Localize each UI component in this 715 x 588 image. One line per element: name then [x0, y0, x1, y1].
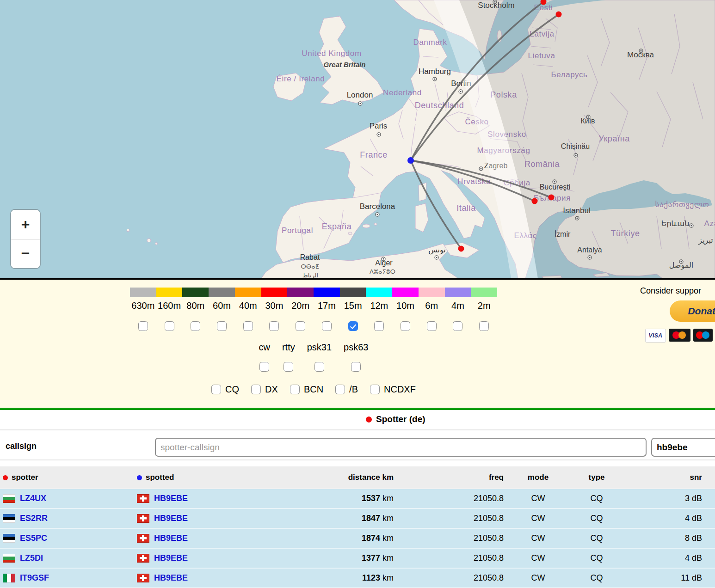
band-checkbox-20m[interactable]	[296, 321, 305, 331]
type-checkbox-3[interactable]	[335, 385, 345, 394]
band-checkbox-30m[interactable]	[269, 321, 279, 331]
spotter-cell: LZ4UX	[0, 494, 133, 503]
page: United KingdomÉire / IrelandNederlandDeu…	[0, 0, 715, 588]
band-label-2m: 2m	[471, 300, 497, 311]
spotted-link[interactable]: HB9EBE	[154, 573, 188, 583]
band-checkbox-4m[interactable]	[453, 321, 462, 331]
header-mode: mode	[507, 473, 569, 482]
spotter-link[interactable]: IT9GSF	[20, 573, 49, 583]
city-marker-icon	[436, 257, 437, 258]
ch-flag-icon	[137, 514, 149, 523]
type-label-2: BCN	[304, 384, 323, 395]
divider	[0, 429, 715, 430]
spotter-section: Spotter (de) callsign spotter spotted di…	[0, 410, 715, 588]
country-label: France	[360, 150, 388, 159]
zoom-out-button[interactable]: −	[11, 239, 40, 269]
band-color-15m	[340, 288, 366, 297]
callsign-filter-input[interactable]	[651, 438, 715, 457]
spotted-dot[interactable]	[407, 157, 414, 164]
table-row: LZ5DIHB9EBE1377 km21050.8CWCQ4 dB	[0, 549, 715, 569]
spotter-dot-icon	[366, 416, 372, 423]
mode-cell: CW	[507, 553, 569, 563]
type-checkbox-4[interactable]	[370, 385, 380, 394]
band-label-60m: 60m	[209, 300, 235, 311]
table-header: spotter spotted distance km freq mode ty…	[0, 466, 715, 489]
band-checkbox-60m[interactable]	[217, 321, 227, 331]
mode-checkbox-rtty[interactable]	[284, 362, 293, 372]
spotter-link[interactable]: LZ4UX	[20, 494, 46, 503]
type-cell: CQ	[569, 573, 624, 583]
spotter-dot[interactable]	[532, 198, 538, 204]
spotter-dot[interactable]	[458, 246, 464, 252]
distance-value: 1874	[362, 533, 380, 543]
spotted-link[interactable]: HB9EBE	[154, 494, 188, 503]
mode-checkbox-psk31[interactable]	[314, 362, 324, 372]
city-marker-icon	[480, 168, 481, 169]
type-checkbox-2[interactable]	[290, 385, 300, 394]
type-label-0: CQ	[225, 384, 239, 395]
band-check-cell	[156, 321, 183, 331]
band-color-630m	[130, 288, 156, 297]
zoom-in-button[interactable]: +	[11, 210, 40, 239]
type-filter-3: /B	[335, 384, 358, 395]
band-label-4m: 4m	[445, 300, 471, 311]
type-checkbox-1[interactable]	[251, 385, 261, 394]
band-checkbox-12m[interactable]	[374, 321, 384, 331]
mode-filters: cwrttypsk31psk63	[130, 342, 497, 372]
spotter-dot[interactable]	[556, 12, 562, 18]
europe-map[interactable]: United KingdomÉire / IrelandNederlandDeu…	[0, 0, 715, 280]
band-label-630m: 630m	[130, 300, 156, 311]
spotter-dot[interactable]	[549, 195, 555, 201]
small-label: ⵔⴱⴰⵟ	[301, 263, 319, 270]
type-filter-0: CQ	[211, 384, 239, 395]
country-label: Portugal	[282, 226, 313, 235]
band-checkbox-10m[interactable]	[401, 321, 410, 331]
mode-checkbox-cw[interactable]	[259, 362, 269, 372]
type-cell: CQ	[569, 514, 624, 523]
snr-cell: 8 dB	[624, 533, 715, 543]
bg-flag-icon	[3, 494, 15, 503]
band-checkbox-40m[interactable]	[243, 321, 253, 331]
band-checkbox-630m[interactable]	[138, 321, 148, 331]
band-label-12m: 12m	[366, 300, 392, 311]
band-check-cell	[235, 321, 261, 331]
type-filter-2: BCN	[290, 384, 323, 395]
spotted-link[interactable]: HB9EBE	[154, 514, 188, 523]
band-checkbox-17m[interactable]	[322, 321, 332, 331]
band-checkbox-160m[interactable]	[165, 321, 174, 331]
spotter-link[interactable]: ES5PC	[20, 533, 47, 543]
band-color-40m	[235, 288, 261, 297]
city-marker-icon	[376, 214, 378, 215]
spotter-title: Spotter (de)	[366, 414, 425, 424]
band-checkbox-2m[interactable]	[479, 321, 489, 331]
band-check-cell	[392, 321, 419, 331]
mode-checkbox-psk63[interactable]	[351, 362, 361, 372]
spotted-link[interactable]: HB9EBE	[154, 533, 188, 543]
header-distance: distance km	[325, 473, 399, 482]
spotted-cell: HB9EBE	[133, 533, 325, 543]
it-flag-icon	[3, 574, 15, 582]
donate-button[interactable]: Donate	[670, 300, 715, 322]
spotter-link[interactable]: LZ5DI	[20, 553, 43, 563]
band-checkboxes	[130, 321, 497, 331]
spotter-callsign-input[interactable]	[155, 438, 647, 457]
band-check-cell	[419, 321, 445, 331]
band-color-2m	[471, 288, 497, 297]
spotted-link[interactable]: HB9EBE	[154, 553, 188, 563]
band-checkbox-80m[interactable]	[191, 321, 200, 331]
type-label-3: /B	[349, 384, 358, 395]
type-checkbox-0[interactable]	[211, 385, 221, 394]
ch-flag-icon	[137, 574, 149, 582]
mode-label-psk31: psk31	[307, 342, 332, 353]
distance-value: 1377	[362, 553, 380, 563]
band-checkbox-15m[interactable]	[348, 321, 358, 331]
freq-cell: 21050.8	[399, 494, 507, 503]
band-checkbox-6m[interactable]	[427, 321, 437, 331]
country-label: España	[322, 222, 352, 231]
band-color-12m	[366, 288, 392, 297]
spotter-link[interactable]: ES2RR	[20, 514, 48, 523]
band-label-15m: 15m	[340, 300, 366, 311]
country-label: United Kingdom	[302, 49, 361, 58]
band-label-160m: 160m	[156, 300, 183, 311]
visa-icon: VISA	[645, 329, 666, 343]
